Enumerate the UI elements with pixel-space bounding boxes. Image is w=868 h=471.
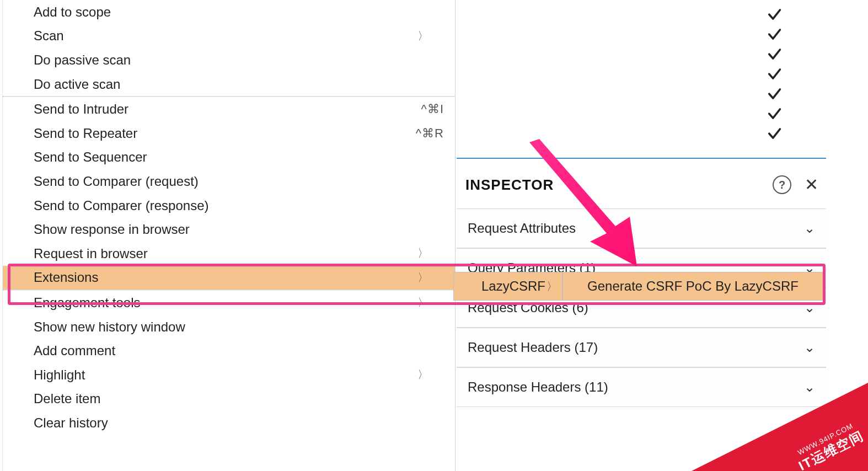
menu-item[interactable]: Send to Comparer (response) [3,194,455,218]
chevron-right-icon: 〉 [417,295,431,310]
menu-item-label: Add comment [34,343,115,358]
menu-item-label: Show new history window [34,319,185,335]
menu-item[interactable]: Clear history [3,411,455,435]
submenu-lazycsrf[interactable]: LazyCSRF 〉 [453,272,562,301]
checkmark-icon [767,126,782,141]
checkmark-icon [767,86,782,101]
checkmark-icon [767,106,782,121]
menu-item-label: Extensions [34,270,98,285]
submenu-generate-csrf-poc[interactable]: Generate CSRF PoC By LazyCSRF [562,272,823,301]
menu-item-label: Scan [34,28,64,44]
menu-item[interactable]: Extensions〉 [3,266,455,290]
inspector-section-request-attributes[interactable]: Request Attributes ⌄ [457,208,826,248]
menu-item-label: Request in browser [34,246,148,261]
menu-item[interactable]: Request in browser〉 [3,242,455,266]
chevron-right-icon: 〉 [417,270,431,285]
menu-item[interactable]: Scan〉 [3,24,455,49]
menu-item-label: Send to Repeater [34,126,137,141]
menu-item[interactable]: Highlight〉 [3,363,455,387]
section-label: Request Cookies (6) [468,300,588,315]
submenu-label: LazyCSRF [481,279,545,294]
checkmark-column [767,7,782,141]
chevron-right-icon: 〉 [417,29,431,44]
close-icon[interactable]: ✕ [805,176,818,193]
keyboard-shortcut: ^⌘I [421,102,444,116]
menu-item[interactable]: Send to Repeater^⌘R [3,121,455,146]
help-icon[interactable]: ? [773,175,791,194]
inspector-section-request-headers[interactable]: Request Headers (17) ⌄ [457,328,826,367]
menu-item[interactable]: Add comment [3,339,455,363]
menu-item-label: Engagement tools [34,295,140,311]
chevron-right-icon: 〉 [417,246,431,261]
chevron-right-icon: 〉 [417,367,431,382]
section-label: Response Headers (11) [468,379,608,395]
menu-item-label: Send to Sequencer [34,149,147,165]
menu-item[interactable]: Show response in browser [3,217,455,242]
menu-item[interactable]: Do active scan [3,72,455,97]
chevron-down-icon: ⌄ [804,300,815,315]
checkmark-icon [767,66,782,82]
menu-item-label: Send to Intruder [34,101,128,117]
menu-item[interactable]: Add to scope [3,0,455,24]
menu-item[interactable]: Delete item [3,387,455,411]
submenu-label: Generate CSRF PoC By LazyCSRF [587,279,799,294]
chevron-down-icon: ⌄ [804,340,815,355]
chevron-right-icon: 〉 [546,279,558,294]
chevron-down-icon: ⌄ [804,221,815,236]
menu-item-label: Send to Comparer (response) [34,198,208,213]
section-label: Request Headers (17) [468,340,598,355]
menu-item-label: Show response in browser [34,222,190,237]
menu-item-label: Highlight [34,367,85,383]
menu-item[interactable]: Engagement tools〉 [3,291,455,315]
menu-item[interactable]: Do passive scan [3,48,455,72]
menu-item-label: Do passive scan [34,52,131,68]
menu-item[interactable]: Send to Comparer (request) [3,169,455,194]
checkmark-icon [767,7,782,22]
menu-item[interactable]: Send to Intruder^⌘I [3,97,455,121]
menu-item-label: Send to Comparer (request) [34,174,199,189]
checkmark-icon [767,46,782,62]
menu-item-label: Clear history [34,415,108,431]
inspector-header: INSPECTOR ? ✕ [457,165,826,204]
context-menu: Add to scopeScan〉Do passive scanDo activ… [2,0,456,471]
section-label: Request Attributes [468,221,576,236]
menu-item[interactable]: Send to Sequencer [3,146,455,170]
menu-item-label: Delete item [34,391,100,406]
divider-line [457,158,826,159]
menu-item-label: Add to scope [34,4,111,20]
checkmark-icon [767,26,782,42]
menu-item-label: Do active scan [34,77,120,92]
menu-item[interactable]: Show new history window [3,315,455,339]
inspector-title: INSPECTOR [465,176,554,194]
keyboard-shortcut: ^⌘R [416,126,444,141]
